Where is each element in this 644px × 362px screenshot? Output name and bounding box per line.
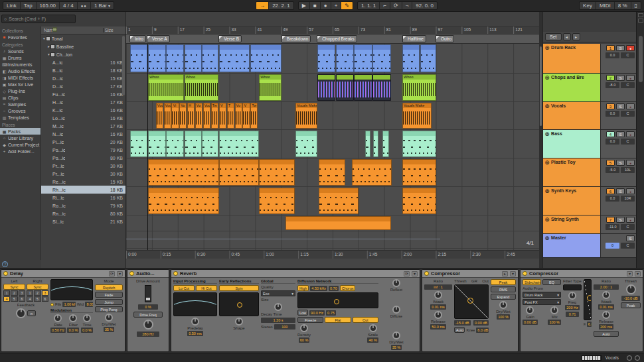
track-name-area[interactable]: ◎Synth Keys	[543, 187, 600, 215]
follow-button[interactable]: →	[256, 2, 269, 9]
clip-string-synth[interactable]	[285, 216, 391, 230]
sidebar-item-drums[interactable]: ▦Drums	[0, 54, 40, 61]
auto-release-button[interactable]: Auto	[454, 327, 465, 333]
file-row-pr-ic[interactable]: Pr...ic30 KB	[41, 162, 125, 170]
sidebar-item-packs[interactable]: ▦Packs	[0, 128, 40, 135]
clip-vocals-make[interactable]: Vocals Make	[295, 103, 317, 129]
volume-value[interactable]: 0.0	[605, 52, 619, 58]
clip-whoo[interactable]: Whoo	[259, 74, 282, 101]
clip-chops-and-bre[interactable]	[336, 74, 354, 101]
sidebar-item-user-library[interactable]: ⌂User Library	[0, 135, 40, 141]
clip-drum-rack[interactable]	[420, 44, 436, 72]
file-row-tonal[interactable]: ▾Tonal	[41, 34, 125, 42]
hot-swap-icon[interactable]: ⟳	[109, 271, 115, 276]
mode-fade-button[interactable]: Fade	[95, 292, 123, 298]
feedback-knob[interactable]	[16, 308, 26, 318]
file-row-lo-ic[interactable]: Lo...ic16 KB	[41, 114, 125, 122]
out-value[interactable]: 0.00 dB	[473, 320, 489, 326]
ping-pong-button[interactable]: Ping Pong	[95, 306, 123, 312]
sidechain-expand-icon[interactable]: ▸	[502, 271, 508, 276]
clip-bass[interactable]	[219, 131, 259, 157]
clip-v[interactable]: V	[242, 103, 250, 129]
width-value[interactable]: 8.00	[85, 302, 93, 307]
scale-value[interactable]: 40 %	[367, 337, 378, 343]
volume-value[interactable]: 0.0	[605, 196, 619, 202]
record-button[interactable]: ●	[321, 2, 331, 9]
locator-verse-b[interactable]: Verse B	[218, 35, 242, 42]
scale-knob[interactable]	[369, 324, 377, 332]
folder-arrow-icon[interactable]: ▸	[48, 44, 50, 48]
clip-bass[interactable]	[382, 131, 389, 157]
mod-filter-knob[interactable]	[69, 314, 77, 322]
solo-button[interactable]: S	[626, 235, 635, 241]
prev-locator-button[interactable]: ◂	[563, 33, 571, 40]
expand-mode-button[interactable]: Expand	[491, 294, 516, 300]
folder-arrow-icon[interactable]: ▾	[43, 36, 45, 40]
high-shelf-button[interactable]: High	[297, 285, 309, 291]
clip-h[interactable]: H	[187, 103, 195, 129]
track-header-vocals[interactable]: ◎Vocals3S●0.0C	[543, 102, 636, 130]
file-row-ch-ion[interactable]: ▾Ch...ion	[41, 50, 125, 58]
filter-type-chooser[interactable]	[563, 284, 582, 290]
q-value[interactable]: 0.71	[566, 312, 579, 317]
clip-drum-rack[interactable]	[130, 44, 147, 72]
clip-tw[interactable]: Tw	[211, 103, 218, 129]
size-knob[interactable]	[274, 303, 282, 311]
playhead[interactable]	[147, 44, 148, 250]
stereo-value[interactable]: 100	[274, 324, 295, 330]
track-lane-bass[interactable]	[126, 130, 539, 158]
volume-value[interactable]: -8.0	[605, 82, 619, 88]
cut-button[interactable]: Cut	[353, 317, 378, 323]
track-lane-string-synth[interactable]	[126, 215, 539, 231]
device-compressor-1[interactable]: Compressor ▸ ▾ Ratio inf : 1 Attack 0.01…	[422, 269, 519, 352]
mod-time-value[interactable]: 0.0 %	[81, 328, 93, 333]
sidechain-freq-knob[interactable]	[568, 292, 576, 300]
file-row-po-ic[interactable]: Po...ic79 KB	[41, 146, 125, 154]
locator-verse-a[interactable]: Verse A	[147, 35, 169, 42]
fold-device-icon[interactable]: ▾	[412, 271, 418, 276]
low-gain-value[interactable]: 0.75	[326, 310, 336, 316]
file-row-d-ic[interactable]: D...ic17 KB	[41, 82, 125, 90]
audio-from-select[interactable]: Drum Rack▾	[523, 292, 561, 298]
pan-value[interactable]: C	[621, 243, 635, 249]
reflect-knob[interactable]	[392, 279, 400, 287]
release-value[interactable]: 200 ms	[599, 324, 613, 330]
mode-jump-button[interactable]: Jump	[95, 299, 123, 305]
volume-value[interactable]: -11.0	[605, 224, 619, 230]
link-button[interactable]: Link	[3, 2, 21, 9]
clip-bass[interactable]	[148, 131, 166, 157]
track-lane-drum-rack[interactable]	[126, 44, 539, 74]
arm-button[interactable]: ●	[626, 103, 635, 109]
mode-repitch-button[interactable]: Repitch	[95, 284, 123, 290]
locator-outro[interactable]: Outro	[436, 35, 454, 42]
lo-cut-button[interactable]: Lo Cut	[173, 285, 195, 291]
solo-button[interactable]: S	[616, 188, 625, 194]
clip-vi[interactable]: Vi	[171, 103, 179, 129]
track-header-master[interactable]: ◎MasterS0C	[543, 234, 636, 258]
density-knob[interactable]	[300, 324, 308, 332]
track-name-area[interactable]: ◎Drum Rack	[543, 44, 600, 73]
clip-bass[interactable]	[402, 131, 436, 157]
file-row-fu-ic[interactable]: Fu...ic16 KB	[41, 90, 125, 98]
volume-value[interactable]: 0	[605, 243, 619, 249]
clip-bass[interactable]	[365, 131, 370, 157]
track-name-area[interactable]: ◎Chops and Bre	[543, 74, 600, 101]
track-name-area[interactable]: ◎Master	[543, 234, 600, 257]
file-row-pr-ic[interactable]: Pr...ic30 KB	[41, 170, 125, 178]
diffuse-knob[interactable]	[392, 306, 400, 314]
clip-synth-keys[interactable]	[319, 188, 359, 214]
tap-tempo-button[interactable]: Tap	[21, 2, 37, 9]
solo-button[interactable]: S	[616, 160, 625, 166]
release-value[interactable]: 50.0 ms	[430, 324, 446, 330]
overdub-button[interactable]: +	[331, 2, 342, 9]
device-audio-rack[interactable]: Audio... Drive Amount 0 % Drive Freq 280…	[127, 269, 169, 352]
clip-drum-rack[interactable]	[336, 44, 354, 72]
clip-drum-rack[interactable]	[354, 44, 372, 72]
track-lanes[interactable]: WhooWhooWhooWhooVocalVocalViVoHVoVocalTw…	[126, 44, 539, 250]
punch-out-button[interactable]: ¬	[402, 2, 413, 9]
arm-button[interactable]: ●	[626, 217, 635, 223]
arm-button[interactable]: ●	[626, 188, 635, 194]
device-delay[interactable]: Delay ⟳ ▾ Left Sync 123456	[1, 269, 125, 352]
clip-plastic-toy[interactable]	[219, 159, 259, 186]
delay-title-bar[interactable]: Delay ⟳ ▾	[1, 270, 125, 278]
